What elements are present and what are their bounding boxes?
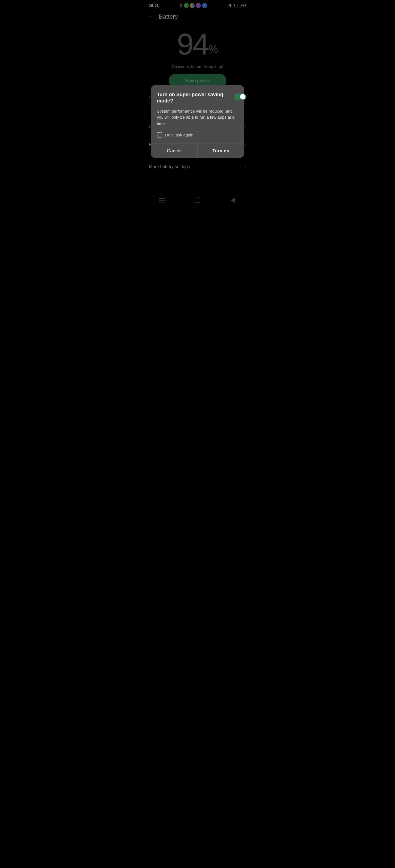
super-power-toggle[interactable] (234, 93, 246, 100)
dialog-body: System performance will be reduced, and … (157, 108, 238, 127)
dialog-title: Turn on Super power saving mode? (157, 92, 238, 104)
dont-ask-checkbox[interactable] (157, 132, 162, 137)
dialog-buttons: Cancel Turn on (151, 144, 244, 158)
dont-ask-label: Don't ask again (165, 133, 193, 137)
dialog-overlay: Turn on Super power saving mode? System … (144, 0, 251, 236)
turn-on-button[interactable]: Turn on (198, 144, 245, 158)
cancel-button[interactable]: Cancel (151, 144, 198, 158)
dialog: Turn on Super power saving mode? System … (151, 85, 244, 158)
checkbox-row: Don't ask again (157, 132, 238, 137)
